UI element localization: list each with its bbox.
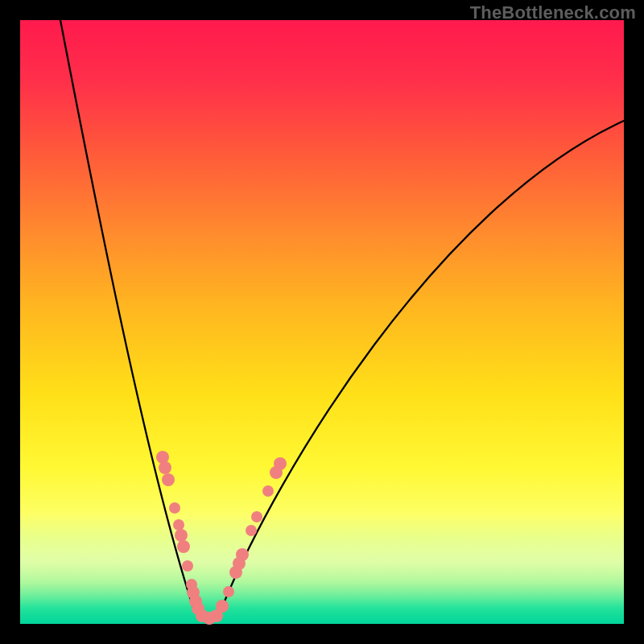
data-point [177, 540, 190, 553]
data-point [159, 461, 171, 474]
data-point [274, 457, 287, 470]
data-point [236, 548, 249, 561]
data-point [223, 586, 234, 597]
data-point [182, 560, 193, 572]
data-point [246, 525, 257, 536]
watermark-text: TheBottleneck.com [470, 2, 636, 23]
data-point [262, 485, 274, 497]
marker-group [156, 451, 287, 625]
chart-overlay [20, 20, 624, 624]
data-point [173, 519, 184, 530]
data-point [169, 502, 180, 514]
data-point [251, 511, 262, 522]
data-point [175, 529, 188, 542]
bottleneck-curve [60, 20, 624, 618]
data-point [162, 473, 175, 486]
data-point [216, 600, 229, 613]
